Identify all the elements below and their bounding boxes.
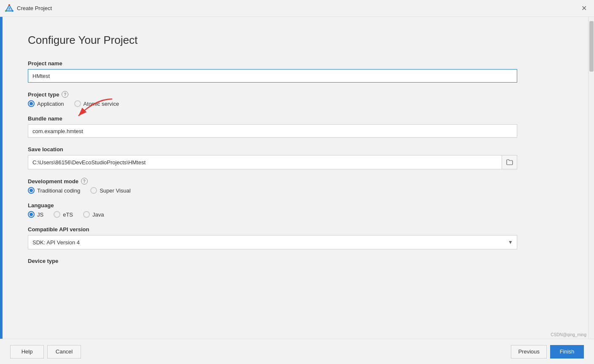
language-radio-group: JS eTS Java [28,211,563,218]
project-name-section: Project name [28,60,563,83]
save-location-field [28,155,517,169]
java-radio[interactable] [83,211,90,218]
main-window: Create Project ✕ Configure Your Project … [0,0,594,364]
js-label: JS [37,211,43,218]
bottom-left-buttons: Help Cancel [10,345,81,359]
application-radio-label: Application [37,101,64,107]
previous-button[interactable]: Previous [511,345,547,359]
development-mode-radio-group: Traditional coding Super Visual [28,187,563,194]
finish-button[interactable]: Finish [550,345,584,359]
development-mode-section: Development mode ? Traditional coding Su… [28,178,563,194]
project-type-label: Project type ? [28,91,563,98]
traditional-coding-radio[interactable] [28,187,35,194]
project-type-atomic-option[interactable]: Atomic service [74,100,119,107]
js-option[interactable]: JS [28,211,43,218]
traditional-coding-label: Traditional coding [37,187,80,194]
save-location-input[interactable] [28,155,502,169]
traditional-coding-option[interactable]: Traditional coding [28,187,80,194]
super-visual-option[interactable]: Super Visual [90,187,130,194]
project-type-section: Project type ? Application Atomic servic… [28,91,563,107]
project-name-input[interactable] [28,69,517,83]
atomic-service-radio-label: Atomic service [84,101,119,107]
browse-folder-button[interactable] [502,155,517,169]
device-type-label: Device type [28,258,563,264]
development-mode-label: Development mode ? [28,178,563,185]
development-mode-help-icon[interactable]: ? [81,178,88,185]
compatible-api-select-wrapper: SDK: API Version 4 SDK: API Version 5 SD… [28,235,517,249]
help-button[interactable]: Help [10,345,44,359]
save-location-section: Save location [28,146,563,169]
svg-point-4 [5,10,7,12]
bundle-name-section: Bundle name [28,115,563,138]
title-bar: Create Project ✕ [0,0,594,17]
project-type-help-icon[interactable]: ? [62,91,68,98]
content-area: Configure Your Project Project name [0,17,594,339]
svg-point-3 [8,4,10,6]
super-visual-radio[interactable] [90,187,97,194]
bottom-bar: Help Cancel Previous Finish [0,339,594,364]
watermark: CSDN@qing_ming [551,332,586,337]
compatible-api-select[interactable]: SDK: API Version 4 SDK: API Version 5 SD… [28,235,517,249]
svg-point-5 [12,10,14,12]
java-option[interactable]: Java [83,211,104,218]
java-label: Java [92,211,104,218]
device-type-section: Device type [28,258,563,264]
project-type-radio-group: Application Atomic service [28,100,563,107]
main-content: Configure Your Project Project name [3,17,588,339]
app-logo [5,4,14,13]
js-radio[interactable] [28,211,35,218]
project-type-application-option[interactable]: Application [28,100,64,107]
language-label: Language [28,202,563,209]
ets-radio[interactable] [54,211,60,218]
super-visual-label: Super Visual [100,187,130,194]
scrollbar[interactable] [588,17,594,339]
ets-option[interactable]: eTS [54,211,73,218]
window-title: Create Project [17,5,579,11]
atomic-service-radio-button[interactable] [74,100,81,107]
scrollbar-thumb[interactable] [589,21,594,72]
compatible-api-section: Compatible API version SDK: API Version … [28,226,563,249]
language-section: Language JS eTS Java [28,202,563,218]
bottom-right-buttons: Previous Finish [511,345,584,359]
project-name-label: Project name [28,60,563,67]
compatible-api-label: Compatible API version [28,226,563,233]
bundle-name-input[interactable] [28,124,517,138]
application-radio-button[interactable] [28,100,35,107]
ets-label: eTS [63,211,73,218]
cancel-button[interactable]: Cancel [47,345,81,359]
close-button[interactable]: ✕ [579,3,589,13]
save-location-label: Save location [28,146,563,153]
folder-icon [506,159,513,165]
bundle-name-label: Bundle name [28,115,563,122]
page-title: Configure Your Project [28,34,563,47]
